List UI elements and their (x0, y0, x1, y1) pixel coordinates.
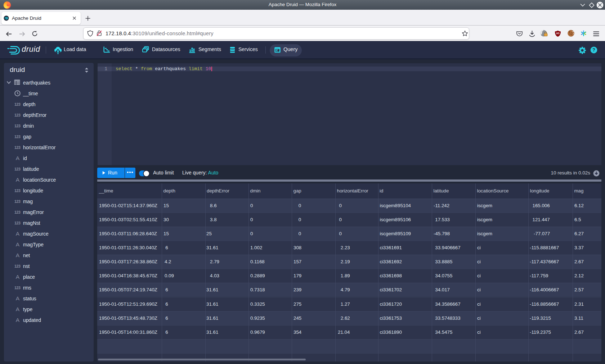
svg-text:?: ? (592, 47, 595, 53)
svg-text:UO: UO (556, 32, 560, 35)
